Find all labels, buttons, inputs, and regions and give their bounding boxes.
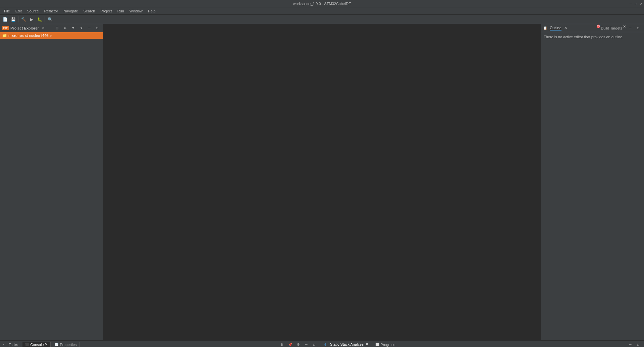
right-panel-minimize[interactable]: ─ <box>627 24 634 32</box>
debug-btn[interactable]: 🐛 <box>36 16 43 23</box>
filter-icon[interactable]: ▼ <box>69 24 77 32</box>
menu-run[interactable]: Run <box>115 8 127 14</box>
editor-area <box>103 24 541 340</box>
console-tabs: ✓ Tasks ⬛ Console ✕ 📄 Properties 🗑 📌 ⚙ ─… <box>0 341 320 347</box>
build-btn[interactable]: 🔨 <box>20 16 27 23</box>
console-maximize[interactable]: □ <box>311 341 318 347</box>
ssa-tabs: ☑ Static Stack Analyzer ✕ ⬜ Progress ─ □ <box>320 341 644 347</box>
maximize-btn[interactable]: □ <box>633 0 639 7</box>
outline-content: There is no active editor that provides … <box>541 32 644 42</box>
menu-file[interactable]: File <box>1 8 13 14</box>
right-panel-tabs: 📋 Outline ✕ 🎯 Build Targets ✕ ─ □ <box>541 24 644 32</box>
project-folder-icon: 📁 <box>2 33 7 38</box>
menu-bar: File Edit Source Refactor Navigate Searc… <box>0 7 644 15</box>
project-item[interactable]: 📁 micro-ros-st-nucleo-f446re <box>0 32 103 39</box>
right-panel: 📋 Outline ✕ 🎯 Build Targets ✕ ─ □ There … <box>541 24 644 340</box>
menu-refactor[interactable]: Refactor <box>42 8 61 14</box>
link-editor-icon[interactable]: ⇔ <box>61 24 69 32</box>
project-explorer: IDE Project Explorer ✕ ⊟ ⇔ ▼ ▾ ─ □ 📁 mic… <box>0 24 103 340</box>
tasks-tab-icon: ✓ <box>2 343 5 346</box>
main-layout: IDE Project Explorer ✕ ⊟ ⇔ ▼ ▾ ─ □ 📁 mic… <box>0 24 644 340</box>
progress-icon: ⬜ <box>375 343 379 346</box>
menu-help[interactable]: Help <box>145 8 158 14</box>
menu-edit[interactable]: Edit <box>13 8 24 14</box>
toolbar-sep-1 <box>18 16 18 22</box>
console-settings-icon[interactable]: ⚙ <box>294 341 302 347</box>
ssa-icon: ☑ <box>322 342 326 347</box>
menu-search[interactable]: Search <box>81 8 98 14</box>
console-panel: ✓ Tasks ⬛ Console ✕ 📄 Properties 🗑 📌 ⚙ ─… <box>0 341 320 347</box>
tab-tasks[interactable]: Tasks <box>6 342 21 347</box>
project-explorer-close[interactable]: ✕ <box>41 26 46 31</box>
menu-navigate[interactable]: Navigate <box>61 8 80 14</box>
run-btn[interactable]: ▶ <box>28 16 35 23</box>
project-name: micro-ros-st-nucleo-f446re <box>8 34 52 38</box>
tab-progress[interactable]: ⬜ Progress <box>373 342 398 347</box>
tab-static-stack-analyzer[interactable]: Static Stack Analyzer ✕ <box>327 341 371 347</box>
build-targets-icon: 🎯 <box>596 24 600 32</box>
ssa-close[interactable]: ✕ <box>366 342 369 346</box>
outline-close[interactable]: ✕ <box>564 26 567 30</box>
outline-icon: 📋 <box>543 26 547 30</box>
bottom-area: ✓ Tasks ⬛ Console ✕ 📄 Properties 🗑 📌 ⚙ ─… <box>0 340 644 347</box>
ssa-maximize[interactable]: □ <box>635 341 642 347</box>
tab-build-targets[interactable]: Build Targets <box>601 24 622 32</box>
menu-source[interactable]: Source <box>24 8 42 14</box>
save-btn[interactable]: 💾 <box>9 16 17 23</box>
toolbar: 📄 💾 🔨 ▶ 🐛 🔍 <box>0 15 644 24</box>
search-toolbar-btn[interactable]: 🔍 <box>46 16 54 23</box>
maximize-panel-icon[interactable]: □ <box>94 24 101 32</box>
ide-badge: IDE <box>2 26 9 30</box>
console-minimize[interactable]: ─ <box>303 341 310 347</box>
minimize-panel-icon[interactable]: ─ <box>86 24 93 32</box>
window-title: workspace_1.9.0 - STM32CubeIDE <box>293 2 351 6</box>
tab-console[interactable]: ⬛ Console ✕ <box>22 342 51 347</box>
no-editor-message: There is no active editor that provides … <box>544 35 623 39</box>
tab-outline[interactable]: Outline <box>550 26 561 31</box>
close-btn[interactable]: ✕ <box>639 0 644 7</box>
console-pin-icon[interactable]: 📌 <box>286 341 294 347</box>
tab-properties[interactable]: 📄 Properties <box>52 342 79 347</box>
collapse-all-icon[interactable]: ⊟ <box>53 24 61 32</box>
view-menu-icon[interactable]: ▾ <box>77 24 85 32</box>
ssa-panel: ☑ Static Stack Analyzer ✕ ⬜ Progress ─ □… <box>320 341 644 347</box>
project-explorer-header: IDE Project Explorer ✕ ⊟ ⇔ ▼ ▾ ─ □ <box>0 24 103 32</box>
build-targets-close[interactable]: ✕ <box>623 24 626 32</box>
console-icon: ⬛ <box>25 343 29 346</box>
new-btn[interactable]: 📄 <box>1 16 9 23</box>
console-close[interactable]: ✕ <box>45 342 48 347</box>
console-clear-icon[interactable]: 🗑 <box>278 341 286 347</box>
window-controls: ─ □ ✕ <box>628 0 644 7</box>
menu-project[interactable]: Project <box>98 8 114 14</box>
ssa-minimize[interactable]: ─ <box>627 341 634 347</box>
properties-icon: 📄 <box>55 343 59 346</box>
right-panel-maximize[interactable]: □ <box>635 24 642 32</box>
project-explorer-title: Project Explorer <box>10 26 39 30</box>
toolbar-sep-2 <box>45 16 45 22</box>
minimize-btn[interactable]: ─ <box>628 0 633 7</box>
menu-window[interactable]: Window <box>127 8 145 14</box>
title-bar: workspace_1.9.0 - STM32CubeIDE ─ □ ✕ <box>0 0 644 7</box>
